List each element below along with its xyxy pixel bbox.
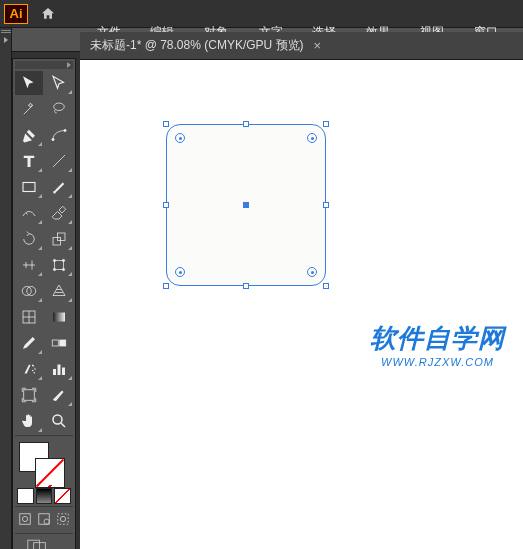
gradient-fill-mode[interactable]	[36, 488, 53, 504]
svg-rect-21	[58, 365, 61, 376]
gradient-tool[interactable]	[45, 305, 73, 329]
svg-point-18	[34, 368, 36, 370]
watermark-url: WWW.RJZXW.COM	[370, 356, 505, 368]
watermark: 软件自学网 WWW.RJZXW.COM	[370, 321, 505, 368]
left-rail	[0, 28, 12, 549]
svg-point-19	[34, 372, 36, 374]
selection-center-icon	[243, 202, 249, 208]
svg-rect-3	[23, 183, 35, 192]
magic-wand-tool[interactable]	[15, 97, 43, 121]
selection-handle[interactable]	[323, 283, 329, 289]
selection-handle[interactable]	[323, 202, 329, 208]
svg-point-8	[62, 259, 64, 261]
artboard-tool[interactable]	[15, 383, 43, 407]
close-icon[interactable]: ×	[314, 38, 322, 53]
draw-behind-mode[interactable]	[36, 511, 53, 527]
screen-mode-button[interactable]	[17, 538, 57, 549]
svg-rect-23	[24, 390, 35, 401]
svg-point-2	[64, 129, 66, 131]
corner-radius-widget[interactable]	[307, 267, 317, 277]
corner-radius-widget[interactable]	[175, 133, 185, 143]
svg-point-30	[60, 516, 65, 521]
document-tab[interactable]: 未标题-1* @ 78.08% (CMYK/GPU 预览) ×	[80, 33, 331, 59]
app-logo: Ai	[4, 4, 28, 24]
watermark-title: 软件自学网	[370, 321, 505, 356]
svg-point-7	[53, 259, 55, 261]
shaper-tool[interactable]	[15, 201, 43, 225]
selection-handle[interactable]	[243, 283, 249, 289]
none-fill-mode[interactable]	[54, 488, 71, 504]
svg-point-9	[53, 268, 55, 270]
document-tab-bar: 未标题-1* @ 78.08% (CMYK/GPU 预览) ×	[80, 32, 523, 60]
corner-radius-widget[interactable]	[175, 267, 185, 277]
rotate-tool[interactable]	[15, 227, 43, 251]
screen-mode-row	[15, 538, 73, 549]
svg-rect-29	[57, 514, 68, 525]
fill-stroke-swatches[interactable]	[15, 440, 73, 486]
home-button[interactable]	[34, 0, 62, 28]
free-transform-tool[interactable]	[45, 253, 73, 277]
selected-rounded-rectangle[interactable]	[166, 124, 326, 286]
eraser-tool[interactable]	[45, 201, 73, 225]
document-tab-title: 未标题-1* @ 78.08% (CMYK/GPU 预览)	[90, 37, 304, 54]
selection-handle[interactable]	[243, 121, 249, 127]
selection-handle[interactable]	[163, 121, 169, 127]
svg-rect-20	[53, 369, 56, 375]
zoom-tool[interactable]	[45, 409, 73, 433]
svg-rect-15	[52, 340, 58, 346]
perspective-tool[interactable]	[45, 279, 73, 303]
selection-handle[interactable]	[163, 202, 169, 208]
draw-mode-row	[15, 511, 73, 531]
svg-rect-5	[58, 233, 66, 241]
svg-point-10	[62, 268, 64, 270]
blend-tool[interactable]	[45, 331, 73, 355]
draw-normal-mode[interactable]	[17, 511, 34, 527]
mesh-tool[interactable]	[15, 305, 43, 329]
lasso-tool[interactable]	[45, 97, 73, 121]
rail-expand-icon[interactable]	[4, 37, 8, 43]
corner-radius-widget[interactable]	[307, 133, 317, 143]
rectangle-tool[interactable]	[15, 175, 43, 199]
svg-point-24	[53, 415, 62, 424]
selection-tool[interactable]	[15, 71, 43, 95]
eyedropper-tool[interactable]	[15, 331, 43, 355]
symbol-sprayer-tool[interactable]	[15, 357, 43, 381]
svg-rect-14	[53, 313, 65, 322]
scale-tool[interactable]	[45, 227, 73, 251]
column-graph-tool[interactable]	[45, 357, 73, 381]
tools-panel	[12, 58, 76, 549]
svg-point-28	[44, 519, 49, 524]
direct-selection-tool[interactable]	[45, 71, 73, 95]
curvature-tool[interactable]	[45, 123, 73, 147]
slice-tool[interactable]	[45, 383, 73, 407]
svg-point-0	[54, 103, 65, 111]
selection-handle[interactable]	[323, 121, 329, 127]
svg-point-1	[52, 138, 54, 140]
svg-point-26	[23, 516, 28, 521]
line-tool[interactable]	[45, 149, 73, 173]
color-mode-row	[15, 488, 73, 504]
canvas[interactable]: 软件自学网 WWW.RJZXW.COM	[80, 60, 523, 549]
svg-rect-22	[62, 368, 65, 376]
draw-inside-mode[interactable]	[54, 511, 71, 527]
svg-rect-16	[60, 340, 66, 346]
selection-handle[interactable]	[163, 283, 169, 289]
type-tool[interactable]	[15, 149, 43, 173]
svg-rect-6	[55, 261, 64, 270]
rail-handle[interactable]	[1, 30, 11, 33]
svg-point-17	[32, 370, 34, 372]
width-tool[interactable]	[15, 253, 43, 277]
svg-rect-4	[53, 238, 61, 246]
pen-tool[interactable]	[15, 123, 43, 147]
tools-panel-collapse[interactable]	[15, 61, 73, 69]
svg-rect-25	[20, 514, 31, 525]
hand-tool[interactable]	[15, 409, 43, 433]
color-fill-mode[interactable]	[17, 488, 34, 504]
shape-builder-tool[interactable]	[15, 279, 43, 303]
paintbrush-tool[interactable]	[45, 175, 73, 199]
